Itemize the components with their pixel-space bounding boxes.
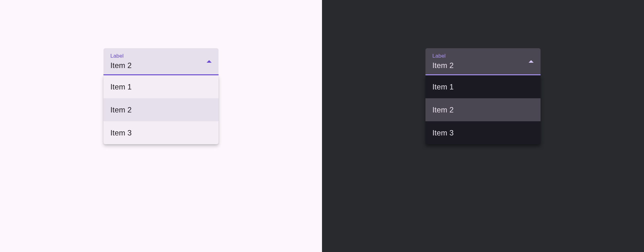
select-value: Item 2 — [110, 60, 212, 71]
select-floating-label: Label — [110, 53, 212, 60]
option-label: Item 3 — [432, 129, 454, 137]
select-option-item-2[interactable]: Item 2 — [425, 98, 541, 121]
chevron-up-icon — [207, 60, 212, 63]
select-header[interactable]: Label Item 2 — [103, 48, 219, 75]
option-label: Item 2 — [432, 106, 454, 114]
select-option-item-3[interactable]: Item 3 — [425, 121, 541, 144]
select-header[interactable]: Label Item 2 — [425, 48, 541, 75]
select-option-item-1[interactable]: Item 1 — [425, 75, 541, 98]
select-option-item-2[interactable]: Item 2 — [103, 98, 219, 121]
option-label: Item 3 — [110, 129, 132, 137]
select-component-dark: Label Item 2 Item 1 Item 2 Item 3 — [425, 48, 541, 144]
dark-theme-panel: Label Item 2 Item 1 Item 2 Item 3 — [322, 0, 644, 252]
select-dropdown-list: Item 1 Item 2 Item 3 — [103, 75, 219, 144]
select-dropdown-list: Item 1 Item 2 Item 3 — [425, 75, 541, 144]
select-floating-label: Label — [432, 53, 534, 60]
chevron-up-icon — [529, 60, 534, 63]
select-value: Item 2 — [432, 60, 534, 71]
select-option-item-1[interactable]: Item 1 — [103, 75, 219, 98]
select-component-light: Label Item 2 Item 1 Item 2 Item 3 — [103, 48, 219, 144]
select-option-item-3[interactable]: Item 3 — [103, 121, 219, 144]
option-label: Item 1 — [432, 83, 454, 91]
option-label: Item 2 — [110, 106, 132, 114]
light-theme-panel: Label Item 2 Item 1 Item 2 Item 3 — [0, 0, 322, 252]
option-label: Item 1 — [110, 83, 132, 91]
